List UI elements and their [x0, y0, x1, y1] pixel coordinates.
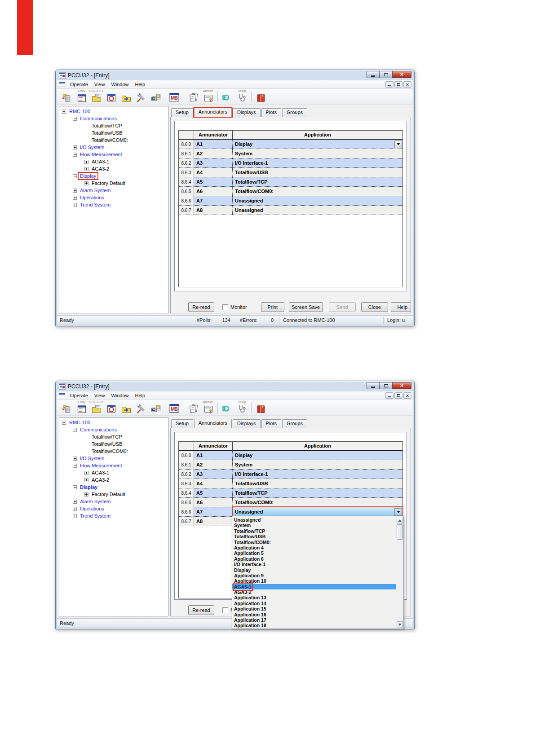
- tree-item-totalflow-tcp[interactable]: Totalflow/TCP: [59, 122, 168, 129]
- reread-button[interactable]: Re-read: [188, 302, 214, 312]
- tree-toggle-icon[interactable]: [73, 153, 77, 157]
- application-cell[interactable]: Totalflow/USB: [233, 479, 402, 488]
- tree-toggle-icon[interactable]: [73, 464, 77, 468]
- menu-view[interactable]: View: [91, 81, 108, 88]
- dropdown-item-display[interactable]: Display: [232, 567, 396, 573]
- application-cell[interactable]: Display: [233, 140, 402, 149]
- tree-item-flow-measurement[interactable]: Flow Measurement: [59, 462, 168, 469]
- tab-annunciators[interactable]: Annunciators: [194, 108, 232, 117]
- reread-button[interactable]: Re-read: [188, 605, 214, 615]
- tree-item-display[interactable]: Display: [59, 483, 168, 491]
- application-cell[interactable]: Unassigned: [233, 206, 402, 215]
- dropdown-item-application-5[interactable]: Application 5: [232, 550, 396, 556]
- dropdown-item-application-17[interactable]: Application 17: [232, 617, 396, 623]
- dropdown-item-application-13[interactable]: Application 13: [232, 595, 396, 600]
- tree-toggle-icon[interactable]: [73, 428, 77, 432]
- tree-toggle-icon[interactable]: [62, 110, 66, 114]
- tree-item-trend-system[interactable]: Trend System: [59, 201, 168, 208]
- tree-item-operations[interactable]: Operations: [59, 505, 168, 512]
- dropdown-scrollbar[interactable]: [396, 516, 403, 629]
- tree-item-aga3-2[interactable]: AGA3-2: [59, 165, 168, 172]
- menu-window[interactable]: Window: [108, 81, 132, 88]
- tree-toggle-icon[interactable]: [84, 478, 88, 482]
- tab-groups[interactable]: Groups: [282, 108, 307, 117]
- tree-item-factory-default[interactable]: Factory Default: [59, 180, 168, 187]
- tree-toggle-icon[interactable]: [62, 421, 66, 425]
- dropdown-item-aga3-2[interactable]: AGA3-2: [232, 589, 396, 595]
- dropdown-item-application-6[interactable]: Application 6: [232, 556, 396, 562]
- tree-item-aga3-2[interactable]: AGA3-2: [59, 476, 168, 483]
- dropdown-item-aga3-1[interactable]: AGA3-1: [232, 584, 396, 589]
- application-cell[interactable]: Totalflow/USB: [233, 168, 402, 177]
- tree-toggle-icon[interactable]: [84, 471, 88, 475]
- screen-save-button[interactable]: Screen Save: [289, 302, 323, 312]
- tree-item-alarm-system[interactable]: Alarm System: [59, 187, 168, 194]
- tree-toggle-icon[interactable]: [73, 485, 77, 489]
- tree-item-totalflow-tcp[interactable]: Totalflow/TCP: [59, 433, 168, 440]
- application-cell[interactable]: Unassigned: [233, 507, 402, 516]
- dropdown-item-application-4[interactable]: Application 4: [232, 545, 396, 550]
- application-cell[interactable]: Unassigned: [233, 196, 402, 205]
- title-bar[interactable]: PCCU32 - [Entry] ×: [56, 70, 414, 80]
- tree-toggle-icon[interactable]: [73, 117, 77, 121]
- application-cell[interactable]: Display: [233, 451, 402, 460]
- tree-toggle-icon[interactable]: [84, 167, 88, 171]
- tree-item-rmc-100[interactable]: RMC-100: [59, 108, 168, 115]
- close-button[interactable]: Close: [361, 302, 388, 312]
- tree-item-aga3-1[interactable]: AGA3-1: [59, 469, 168, 476]
- scrollbar-thumb[interactable]: [397, 524, 403, 540]
- tab-displays[interactable]: Displays: [233, 419, 261, 428]
- print-button[interactable]: Print: [261, 302, 284, 312]
- tab-setup[interactable]: Setup: [171, 419, 193, 428]
- tab-setup[interactable]: Setup: [171, 108, 193, 117]
- menu-operate[interactable]: Operate: [67, 81, 91, 88]
- tree-item-aga3-1[interactable]: AGA3-1: [59, 158, 168, 165]
- mdi-close-icon[interactable]: ×: [403, 81, 411, 88]
- dropdown-item-application-15[interactable]: Application 15: [232, 606, 396, 611]
- application-cell[interactable]: System: [233, 460, 402, 469]
- menu-help[interactable]: Help: [132, 392, 149, 399]
- tree-toggle-icon[interactable]: [73, 145, 77, 149]
- dropdown-item-unassigned[interactable]: Unassigned: [232, 517, 396, 523]
- mdi-child-icon[interactable]: [59, 393, 65, 398]
- dropdown-item-application-14[interactable]: Application 14: [232, 601, 396, 606]
- monitor-checkbox[interactable]: [222, 607, 228, 613]
- dropdown-item-application-16[interactable]: Application 16: [232, 612, 396, 617]
- tab-groups[interactable]: Groups: [282, 419, 307, 428]
- maximize-button[interactable]: [380, 71, 393, 78]
- tree-toggle-icon[interactable]: [73, 174, 77, 178]
- tree-item-alarm-system[interactable]: Alarm System: [59, 498, 168, 505]
- tree-toggle-icon[interactable]: [73, 514, 77, 518]
- application-cell[interactable]: Totalflow/COM0:: [233, 187, 402, 196]
- close-button[interactable]: ×: [393, 382, 411, 389]
- tree-toggle-icon[interactable]: [73, 203, 77, 207]
- tree-item-display[interactable]: Display: [59, 172, 168, 180]
- menu-view[interactable]: View: [91, 392, 108, 399]
- tree-item-trend-system[interactable]: Trend System: [59, 512, 168, 519]
- help-button[interactable]: Help: [391, 302, 411, 312]
- combo-arrow-icon[interactable]: [394, 508, 402, 516]
- tree-item-flow-measurement[interactable]: Flow Measurement: [59, 151, 168, 158]
- tree-item-totalflow-com0[interactable]: Totalflow/COM0:: [59, 448, 168, 455]
- tree-item-factory-default[interactable]: Factory Default: [59, 491, 168, 498]
- dropdown-item-system[interactable]: System: [232, 523, 396, 528]
- minimize-button[interactable]: [367, 71, 380, 78]
- close-button[interactable]: ×: [393, 71, 411, 78]
- menu-help[interactable]: Help: [132, 81, 149, 88]
- mdi-child-icon[interactable]: [59, 82, 65, 87]
- mdi-restore-icon[interactable]: [394, 81, 402, 88]
- tree-toggle-icon[interactable]: [73, 500, 77, 504]
- tree-toggle-icon[interactable]: [73, 457, 77, 461]
- scroll-up-icon[interactable]: [397, 517, 403, 523]
- dropdown-item-io-interface-1[interactable]: I/O Interface-1: [232, 562, 396, 567]
- tree-toggle-icon[interactable]: [73, 507, 77, 511]
- tab-displays[interactable]: Displays: [233, 108, 261, 117]
- tree-item-rmc-100[interactable]: RMC-100: [59, 419, 168, 426]
- tree-toggle-icon[interactable]: [73, 196, 77, 200]
- application-cell[interactable]: I/O Interface-1: [233, 470, 402, 479]
- mdi-restore-icon[interactable]: [394, 392, 402, 399]
- tree-item-totalflow-com0[interactable]: Totalflow/COM0:: [59, 136, 168, 144]
- tree-item-communications[interactable]: Communications: [59, 115, 168, 122]
- application-cell[interactable]: Totalflow/COM0:: [233, 498, 402, 507]
- minimize-button[interactable]: [367, 382, 380, 389]
